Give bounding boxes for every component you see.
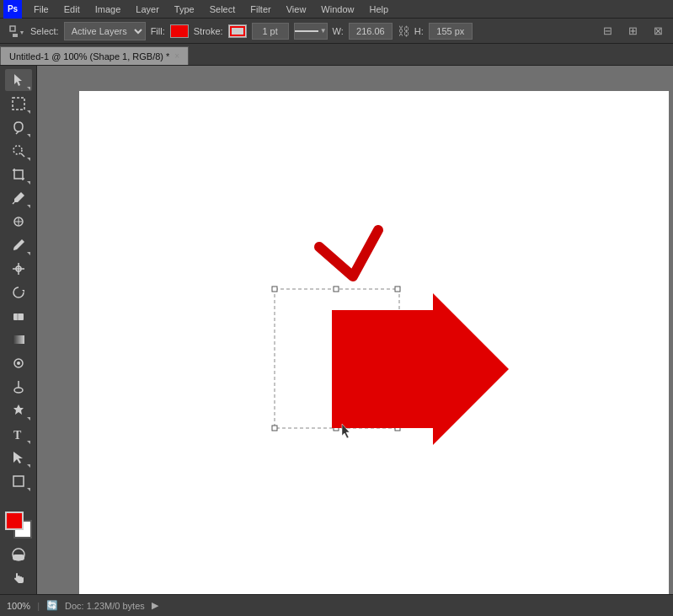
- svg-marker-0: [20, 31, 24, 35]
- tool-hand[interactable]: [5, 567, 32, 589]
- tab-close[interactable]: ×: [174, 51, 179, 61]
- handle-tl: [272, 287, 277, 292]
- stroke-color[interactable]: [228, 24, 247, 38]
- tool-shape[interactable]: [5, 470, 32, 492]
- doc-info: Doc: 1.23M/0 bytes: [65, 601, 145, 611]
- fill-label: Fill:: [151, 26, 165, 36]
- tool-gradient[interactable]: [5, 329, 32, 351]
- menu-filter[interactable]: Filter: [243, 3, 277, 16]
- zoom-level: 100%: [7, 601, 30, 611]
- fg-color[interactable]: [5, 512, 24, 530]
- svg-rect-2: [13, 98, 24, 110]
- status-sep: |: [37, 601, 40, 611]
- height-input[interactable]: [429, 23, 473, 40]
- canvas-container: [79, 91, 669, 597]
- width-input[interactable]: [349, 23, 393, 40]
- canvas-area: [37, 66, 673, 616]
- tool-path-select[interactable]: [5, 447, 32, 469]
- tool-clone[interactable]: [5, 258, 32, 280]
- menu-file[interactable]: File: [27, 3, 56, 16]
- select-label: Select:: [30, 26, 59, 36]
- select-dropdown[interactable]: Active Layers All Layers: [64, 22, 146, 40]
- menu-window[interactable]: Window: [314, 3, 361, 16]
- tool-marquee[interactable]: [5, 93, 32, 115]
- ps-logo: Ps: [3, 0, 22, 19]
- svg-text:T: T: [13, 429, 22, 442]
- menu-select[interactable]: Select: [203, 3, 243, 16]
- main-area: T: [0, 66, 673, 616]
- svg-rect-21: [13, 476, 24, 486]
- tool-move[interactable]: [5, 69, 32, 91]
- menu-view[interactable]: View: [280, 3, 313, 16]
- menu-image[interactable]: Image: [88, 3, 128, 16]
- align-btn-3[interactable]: ⊠: [648, 21, 668, 41]
- handle-bl: [272, 426, 277, 431]
- height-label: H:: [414, 26, 424, 36]
- status-bar: 100% | 🔄 Doc: 1.23M/0 bytes ▶: [0, 594, 673, 616]
- link-icon[interactable]: ⛓: [398, 24, 409, 38]
- tool-blur[interactable]: [5, 352, 32, 374]
- checkmark-shape: [319, 230, 378, 276]
- svg-line-3: [16, 131, 19, 134]
- canvas-svg: [79, 91, 669, 597]
- align-btn-2[interactable]: ⊞: [622, 21, 643, 41]
- svg-line-5: [21, 153, 24, 157]
- arrow-shape: [332, 293, 509, 445]
- svg-marker-1: [14, 74, 22, 86]
- tool-quick-select[interactable]: [5, 140, 32, 162]
- handle-tr: [395, 287, 400, 292]
- color-picker[interactable]: [5, 512, 32, 538]
- stroke-width-input[interactable]: [252, 23, 289, 40]
- tool-brush[interactable]: [5, 234, 32, 256]
- menu-type[interactable]: Type: [168, 3, 201, 16]
- tool-pen[interactable]: [5, 399, 32, 421]
- svg-line-6: [13, 202, 14, 204]
- menu-layer[interactable]: Layer: [129, 3, 166, 16]
- tool-eyedropper[interactable]: [5, 187, 32, 209]
- menu-help[interactable]: Help: [362, 3, 395, 16]
- status-icon[interactable]: 🔄: [46, 600, 58, 611]
- tool-dodge[interactable]: [5, 376, 32, 398]
- svg-marker-20: [13, 452, 23, 463]
- tool-text[interactable]: T: [5, 423, 32, 445]
- handle-tm: [334, 287, 339, 292]
- tool-quick-mask[interactable]: [5, 544, 32, 565]
- stroke-label: Stroke:: [194, 26, 223, 36]
- svg-rect-23: [13, 554, 24, 560]
- menu-bar: Ps File Edit Image Layer Type Select Fil…: [0, 0, 673, 19]
- toolbar: T: [0, 66, 37, 616]
- svg-marker-11: [22, 290, 24, 292]
- status-arrow[interactable]: ▶: [152, 600, 158, 611]
- menu-edit[interactable]: Edit: [57, 3, 87, 16]
- tab-bar: Untitled-1 @ 100% (Shape 1, RGB/8) * ×: [0, 44, 673, 66]
- tool-crop[interactable]: [5, 163, 32, 185]
- canvas-tab[interactable]: Untitled-1 @ 100% (Shape 1, RGB/8) * ×: [0, 46, 189, 65]
- align-btn-1[interactable]: ⊟: [597, 21, 617, 41]
- tool-lasso[interactable]: [5, 116, 32, 138]
- fill-color[interactable]: [170, 24, 189, 38]
- svg-point-16: [17, 362, 20, 365]
- tab-label: Untitled-1 @ 100% (Shape 1, RGB/8) *: [9, 51, 169, 62]
- options-bar: Select: Active Layers All Layers Fill: S…: [0, 19, 673, 44]
- tool-eraser[interactable]: [5, 305, 32, 327]
- tool-preset-picker[interactable]: [5, 21, 25, 41]
- stroke-line-picker[interactable]: ▼: [294, 23, 328, 40]
- svg-point-17: [14, 388, 23, 393]
- svg-rect-14: [13, 335, 24, 344]
- svg-point-4: [13, 146, 22, 154]
- svg-rect-12: [13, 313, 24, 320]
- tool-healing[interactable]: [5, 211, 32, 233]
- width-label: W:: [333, 26, 344, 36]
- tool-history[interactable]: [5, 281, 32, 303]
